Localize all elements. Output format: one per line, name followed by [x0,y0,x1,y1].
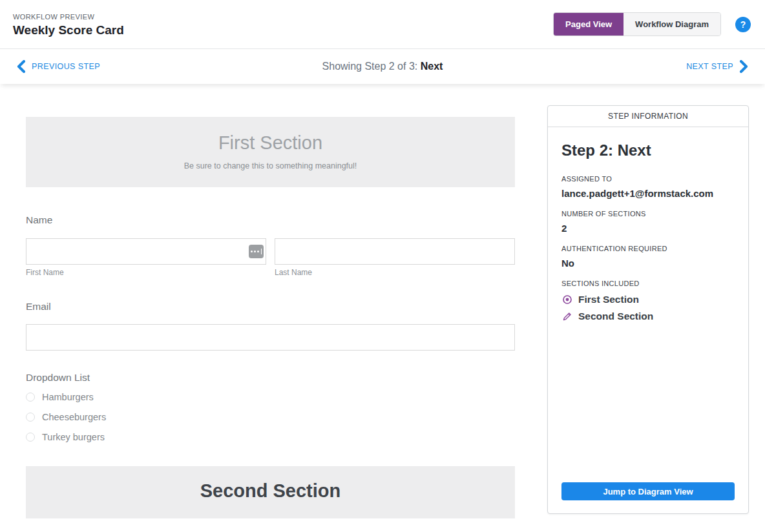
dropdown-options: Hamburgers Cheeseburgers Turkey burgers [26,392,515,442]
jump-to-diagram-view-button[interactable]: Jump to Diagram View [561,482,735,500]
first-name-sublabel: First Name [26,268,266,277]
step-information-header: STEP INFORMATION [548,106,748,127]
included-section-second: Second Section [561,311,735,322]
next-step-label: NEXT STEP [686,62,733,71]
workflow-diagram-button[interactable]: Workflow Diagram [624,13,720,36]
last-name-sublabel: Last Name [275,268,515,277]
name-field-label: Name [26,214,515,226]
previous-step-link[interactable]: PREVIOUS STEP [16,60,106,73]
help-icon[interactable]: ? [735,17,751,32]
included-section-name: Second Section [578,311,653,322]
radio-option-hamburgers[interactable]: Hamburgers [26,392,515,402]
step-indicator: Showing Step 2 of 3: Next [0,61,765,72]
eye-icon [561,294,572,305]
first-name-input[interactable] [26,238,266,265]
included-section-first: First Section [561,294,735,305]
last-name-input[interactable] [275,238,515,265]
sections-included-list: First Section Second Section [561,294,735,322]
email-input[interactable] [26,324,515,351]
number-of-sections-label: NUMBER OF SECTIONS [561,210,735,218]
name-field-row: First Name Last Name [26,238,515,277]
included-section-name: First Section [578,294,639,305]
section-title: Second Section [39,480,502,502]
first-name-wrap: First Name [26,238,266,277]
chevron-right-icon [739,60,749,73]
radio-option-label: Turkey burgers [42,432,105,442]
authentication-required-value: No [561,258,735,269]
app-header: WORKFLOW PREVIEW Weekly Score Card Paged… [0,0,765,49]
workflow-preview-eyebrow: WORKFLOW PREVIEW [13,13,124,21]
radio-icon [26,413,35,422]
current-step-name: Next [421,61,443,72]
section-title: First Section [39,132,502,154]
radio-option-label: Hamburgers [42,392,94,402]
chevron-left-icon [16,60,26,73]
radio-option-cheeseburgers[interactable]: Cheeseburgers [26,412,515,422]
header-actions: Paged View Workflow Diagram ? [553,12,751,36]
step-nav-bar: Showing Step 2 of 3: Next PREVIOUS STEP … [0,49,765,84]
sections-included-label: SECTIONS INCLUDED [561,280,735,287]
next-step-link[interactable]: NEXT STEP [680,60,749,73]
radio-icon [26,433,35,442]
assigned-to-value: lance.padgett+1@formstack.com [561,188,735,199]
autofill-icon[interactable] [249,245,264,258]
pencil-icon [561,311,572,322]
section-subtitle: Be sure to change this to something mean… [39,161,502,170]
step-information-body: Step 2: Next ASSIGNED TO lance.padgett+1… [548,127,748,322]
number-of-sections-value: 2 [561,223,735,234]
radio-option-label: Cheeseburgers [42,412,106,422]
workflow-title: Weekly Score Card [13,23,124,37]
showing-step-text: Showing Step 2 of 3: [322,61,421,72]
last-name-wrap: Last Name [275,238,515,277]
section-header-first: First Section Be sure to change this to … [26,117,515,187]
main-area: First Section Be sure to change this to … [0,84,765,532]
previous-step-label: PREVIOUS STEP [32,62,100,71]
paged-view-button[interactable]: Paged View [554,13,624,36]
step-information-panel: STEP INFORMATION Step 2: Next ASSIGNED T… [547,105,749,514]
radio-option-turkey-burgers[interactable]: Turkey burgers [26,432,515,442]
section-header-second: Second Section [26,466,515,518]
radio-icon [26,393,35,402]
authentication-required-label: AUTHENTICATION REQUIRED [561,245,735,252]
assigned-to-label: ASSIGNED TO [561,175,735,183]
email-field-label: Email [26,301,515,312]
dropdown-list-label: Dropdown List [26,372,515,384]
view-toggle-group: Paged View Workflow Diagram [553,12,721,36]
header-titles: WORKFLOW PREVIEW Weekly Score Card [13,12,124,37]
step-title: Step 2: Next [561,141,735,159]
form-preview: First Section Be sure to change this to … [26,84,515,532]
